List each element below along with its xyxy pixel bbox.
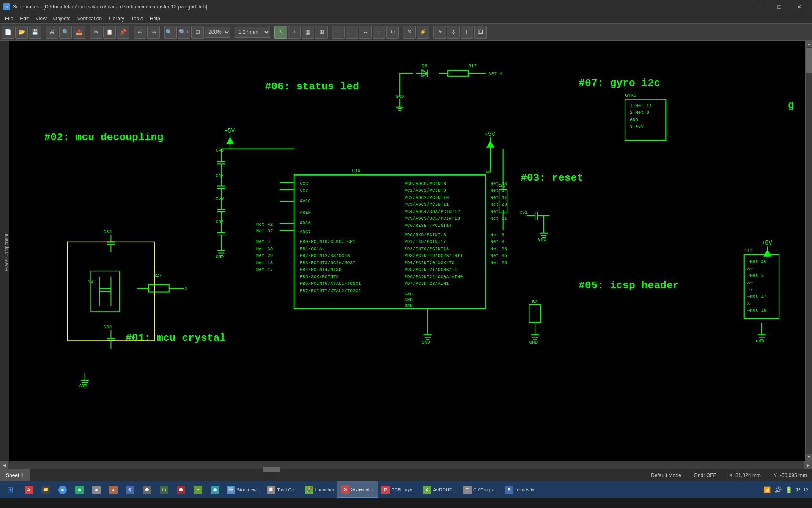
print-preview-btn[interactable]: 🔍 [59, 26, 72, 39]
menu-tools[interactable]: Tools [128, 15, 146, 22]
tray-battery[interactable]: 🔋 [785, 486, 793, 494]
pc6-pin: PC6/RESET/PCINT14 [404, 223, 452, 228]
menu-help[interactable]: Help [146, 15, 164, 22]
tray-volume[interactable]: 🔊 [774, 486, 782, 494]
taskbar-app-4[interactable]: ■ [88, 481, 105, 498]
j14-p6: →Net 17 [747, 294, 767, 299]
paste-btn[interactable]: 📌 [117, 26, 129, 39]
scroll-up-btn[interactable]: ▲ [806, 41, 812, 47]
select-btn[interactable]: ↖ [274, 26, 287, 39]
scrollbar-bottom[interactable]: ◀ ▶ [0, 461, 812, 469]
scroll-track-right[interactable] [806, 47, 812, 454]
menu-library[interactable]: Library [105, 15, 128, 22]
scroll-left-btn[interactable]: ◀ [0, 461, 8, 469]
power-btn[interactable]: ⚡ [417, 26, 429, 39]
menu-file[interactable]: File [2, 15, 16, 22]
no-connect-btn[interactable]: ✕ [403, 26, 416, 39]
add-wire-btn[interactable]: + [288, 26, 301, 39]
scroll-thumb-bottom[interactable] [263, 467, 280, 472]
menu-edit[interactable]: Edit [16, 15, 32, 22]
scroll-thumb-right[interactable] [806, 48, 812, 73]
pc1-pin: PC1/ADC1/PCINT9 [404, 188, 446, 193]
print-btn[interactable]: 🖨 [46, 26, 58, 39]
menu-objects[interactable]: Objects [50, 15, 74, 22]
toolbar: 📄 📂 💾 🖨 🔍 📤 ✂ 📋 📌 ↩ ↪ 🔍− 🔍+ ⊡ 200% 100% … [0, 24, 812, 41]
flip-v-btn[interactable]: ↕ [373, 26, 385, 39]
adc7-pin: ADC7 [300, 229, 311, 235]
taskbar-app-2[interactable]: ● [54, 481, 71, 498]
taskbar-pcb-layout[interactable]: P PCB Layo... [378, 481, 420, 498]
image-btn[interactable]: 🖼 [474, 26, 487, 39]
sheet-tab-1[interactable]: Sheet 1 [0, 469, 30, 481]
gyro-label-comp: GYRO [625, 93, 636, 98]
taskbar-app-10[interactable]: ✦ [189, 481, 206, 498]
copy-btn[interactable]: 📋 [103, 26, 116, 39]
add-label-btn[interactable]: ⊞ [315, 26, 328, 39]
menu-verification[interactable]: Verification [74, 15, 106, 22]
pc4-pin: PC4/ADC4/SDA/PCINT12 [404, 209, 460, 214]
taskbar-total-co[interactable]: 📋 Total Co... [263, 481, 302, 498]
add-bus-btn[interactable]: ▦ [302, 26, 314, 39]
open-btn[interactable]: 📂 [15, 26, 28, 39]
start-button[interactable]: ⊞ [0, 481, 20, 498]
net28: Net 28 [490, 246, 507, 251]
taskbar-schematics[interactable]: S Schemati... [337, 481, 378, 498]
net9: Net 9 [490, 209, 504, 214]
snap-btn[interactable]: ⊹ [447, 26, 460, 39]
minimize-button[interactable]: − [750, 0, 769, 14]
taskbar-app-antivirus[interactable]: A [20, 481, 37, 498]
tray-network[interactable]: 📶 [763, 486, 771, 494]
pb1-pin: PB1/OC1A [300, 246, 322, 251]
save-btn[interactable]: 💾 [29, 26, 41, 39]
place-component-label[interactable]: Place Component [4, 230, 9, 274]
scrollbar-right[interactable]: ▲ ▼ [805, 41, 812, 461]
taskbar-avrdud[interactable]: A AVRDUD... [420, 481, 460, 498]
taskbar-app-1[interactable]: 📁 [37, 481, 54, 498]
taskbar-launcher[interactable]: 🚀 Launcher [302, 481, 338, 498]
close-button[interactable]: ✕ [790, 0, 809, 14]
avrdud-label: AVRDUD... [433, 487, 456, 492]
vcc2-pin: VCC [300, 188, 308, 193]
undo-btn[interactable]: ↩ [134, 26, 146, 39]
scroll-right-btn[interactable]: ▶ [804, 461, 812, 469]
taskbar-app-6[interactable]: ◎ [122, 481, 139, 498]
r27-val: 2 [185, 286, 188, 291]
net11: Net 11 [490, 216, 507, 221]
net16-left: Net 18 [256, 260, 273, 265]
taskbar-app-8[interactable]: ⬡ [156, 481, 173, 498]
c52-label: C52 [216, 219, 224, 224]
taskbar-app-extra[interactable]: ◉ [206, 481, 223, 498]
zoom-out-btn[interactable]: 🔍− [164, 26, 177, 39]
taskbar-boards[interactable]: B boards.tx... [502, 481, 541, 498]
cut-btn[interactable]: ✂ [90, 26, 102, 39]
scroll-down-btn[interactable]: ▼ [806, 454, 812, 461]
grid-toggle-btn[interactable]: # [433, 26, 446, 39]
taskbar-app-3[interactable]: ◆ [71, 481, 88, 498]
wire-corner2-btn[interactable]: ⌐ [346, 26, 358, 39]
redo-btn[interactable]: ↪ [147, 26, 160, 39]
zoom-in-btn[interactable]: 🔍+ [178, 26, 190, 39]
taskbar-start-new[interactable]: 🆕 Start new... [223, 481, 263, 498]
wire-corner1-btn[interactable]: ⌐ [332, 26, 345, 39]
zoom-select[interactable]: 200% 100% 150% 50% [205, 27, 230, 38]
sec02-label: #02: mcu decoupling [44, 131, 163, 143]
net29-left: Net 29 [256, 253, 273, 258]
gyro-p3: GND [630, 117, 638, 122]
flip-h-btn[interactable]: ↔ [359, 26, 372, 39]
pc5-pin: PC5/ADC5/SCL/PCINT13 [404, 216, 460, 221]
canvas-area[interactable]: #02: mcu decoupling #01: mcu crystal #03… [9, 41, 805, 461]
grid-select[interactable]: 1,27 mm 2,54 mm 0,635 mm [235, 27, 270, 38]
taskbar-app-9[interactable]: ⬢ [173, 481, 189, 498]
taskbar-app-7[interactable]: ⬟ [139, 481, 156, 498]
text-btn[interactable]: T [461, 26, 473, 39]
export-btn[interactable]: 📤 [73, 26, 85, 39]
taskbar-csproga[interactable]: C C:\\Progra... [460, 481, 502, 498]
maximize-button[interactable]: □ [770, 0, 789, 14]
rotate-btn[interactable]: ↻ [386, 26, 399, 39]
zoom-fit-btn[interactable]: ⊡ [191, 26, 204, 39]
adc6-pin: ADC6 [300, 221, 311, 226]
taskbar-app-5[interactable]: ▲ [105, 481, 122, 498]
c55-label: C55 [104, 324, 112, 329]
menu-view[interactable]: View [32, 15, 50, 22]
new-btn[interactable]: 📄 [2, 26, 14, 39]
